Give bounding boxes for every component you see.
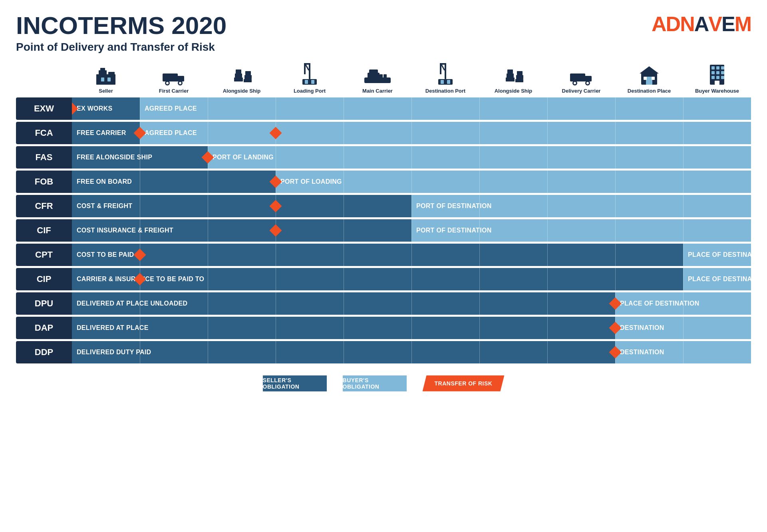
delivery-carrier-label: Delivery Carrier [562,88,601,94]
row-cif: CIFCOST INSURANCE & FREIGHTPORT OF DESTI… [16,219,751,242]
main-title: INCOTERMS 2020 [16,12,227,39]
svg-rect-41 [506,77,515,81]
row-code-exw: EXW [16,97,72,120]
row-code-fob: FOB [16,171,72,193]
row-exw: EXWEX WORKSAGREED PLACE [16,97,751,120]
svg-rect-31 [375,70,376,73]
svg-rect-53 [646,77,652,85]
legend-seller: SELLER'S OBLIGATION [263,375,327,391]
svg-rect-64 [716,76,719,79]
col-header-alongside1: Alongside Ship [208,62,276,94]
main-carrier-icon [364,62,391,85]
legend: SELLER'S OBLIGATION BUYER'S OBLIGATION T… [16,375,751,391]
column-headers: Seller First Carrier [16,62,751,94]
buyer-bar-fob: PORT OF LOADING [276,171,751,193]
loading-port-label: Loading Port [294,88,326,94]
buyer-text-cip: PLACE OF DESTINATION [688,276,751,283]
row-content-cpt: COST TO BE PAIDPLACE OF DESTINATION [72,244,751,266]
row-code-dpu: DPU [16,292,72,315]
svg-rect-34 [440,63,446,65]
seller-text-dap: DELIVERED AT PLACE [77,324,149,332]
svg-rect-28 [380,74,383,78]
row-code-cpt: CPT [16,244,72,266]
row-dap: DAPDELIVERED AT PLACEDESTINATION [16,317,751,339]
svg-rect-59 [721,66,724,69]
svg-rect-15 [245,71,251,75]
buyer-text-cfr: PORT OF DESTINATION [416,202,492,210]
row-code-fas: FAS [16,146,72,169]
svg-rect-54 [644,77,647,80]
dest-port-label: Destination Port [425,88,465,94]
legend-buyer-label: BUYER'S OBLIGATION [343,377,407,390]
legend-risk-box: TRANSFER OF RISK [423,375,505,391]
svg-rect-65 [721,76,724,79]
buyer-text-fas: PORT OF LANDING [213,154,274,161]
svg-rect-44 [515,79,523,82]
row-content-fas: FREE ALONGSIDE SHIPPORT OF LANDING [72,146,751,169]
svg-rect-58 [716,66,719,69]
subtitle: Point of Delivery and Transfer of Risk [16,41,227,54]
svg-rect-26 [368,73,380,78]
row-code-dap: DAP [16,317,72,339]
buyer-warehouse-icon [707,62,727,85]
loading-port-icon [301,62,318,85]
alongside1-label: Alongside Ship [223,88,261,94]
buyer-bar-fca: AGREED PLACE [140,122,751,144]
svg-rect-36 [438,79,453,85]
svg-rect-25 [364,77,391,83]
buyer-bar-cpt: PLACE OF DESTINATION [683,244,751,266]
seller-text-fca: FREE CARRIER [77,129,126,137]
col-header-main-carrier: Main Carrier [344,62,411,94]
seller-icon [95,62,116,85]
svg-rect-45 [570,73,585,81]
col-header-alongside2: Alongside Ship [479,62,547,94]
seller-label: Seller [99,88,113,94]
buyer-bar-cif: PORT OF DESTINATION [411,219,751,242]
alongside1-icon [232,62,252,85]
row-dpu: DPUDELIVERED AT PLACE UNLOADEDPLACE OF D… [16,292,751,315]
legend-seller-box: SELLER'S OBLIGATION [263,375,327,391]
svg-marker-52 [640,66,659,73]
svg-rect-42 [517,71,523,75]
seller-bar-cpt: COST TO BE PAID [72,244,683,266]
seller-bar-exw: EX WORKS [72,97,140,120]
chart-container: Seller First Carrier [16,62,751,391]
seller-bar-cif: COST INSURANCE & FREIGHT [72,219,411,242]
dest-place-label: Destination Place [628,88,671,94]
row-content-dpu: DELIVERED AT PLACE UNLOADEDPLACE OF DEST… [72,292,751,315]
svg-rect-66 [715,81,719,85]
buyer-text-dap: DESTINATION [620,324,664,332]
seller-text-dpu: DELIVERED AT PLACE UNLOADED [77,300,187,307]
row-fca: FCAFREE CARRIERAGREED PLACE [16,122,751,144]
svg-rect-12 [236,69,241,73]
svg-rect-17 [244,79,252,82]
svg-rect-27 [369,69,378,73]
svg-rect-23 [305,80,308,84]
svg-rect-7 [177,76,184,81]
svg-point-50 [586,82,589,84]
buyer-bar-cfr: PORT OF DESTINATION [411,195,751,217]
svg-rect-19 [304,63,306,74]
delivery-carrier-icon [569,62,593,85]
buyer-text-cif: PORT OF DESTINATION [416,227,492,234]
main-carrier-label: Main Carrier [362,88,393,94]
svg-rect-38 [447,80,450,84]
seller-bar-fob: FREE ON BOARD [72,171,276,193]
svg-rect-62 [721,71,724,74]
svg-rect-37 [441,80,444,84]
row-content-cip: CARRIER & INSURANCE TO BE PAID TOPLACE O… [72,268,751,290]
row-cip: CIPCARRIER & INSURANCE TO BE PAID TOPLAC… [16,268,751,290]
svg-rect-46 [584,76,592,81]
seller-text-exw: EX WORKS [77,105,113,112]
svg-rect-40 [507,73,514,77]
row-ddp: DDPDELIVERED DUTY PAIDDESTINATION [16,341,751,363]
row-fas: FASFREE ALONGSIDE SHIPPORT OF LANDING [16,146,751,169]
row-code-fca: FCA [16,122,72,144]
svg-rect-22 [302,79,317,85]
buyer-text-cpt: PLACE OF DESTINATION [688,251,751,258]
svg-rect-39 [507,69,513,73]
svg-point-48 [574,82,576,84]
row-cpt: CPTCOST TO BE PAIDPLACE OF DESTINATION [16,244,751,266]
svg-rect-24 [311,80,314,84]
seller-text-cpt: COST TO BE PAID [77,251,134,258]
